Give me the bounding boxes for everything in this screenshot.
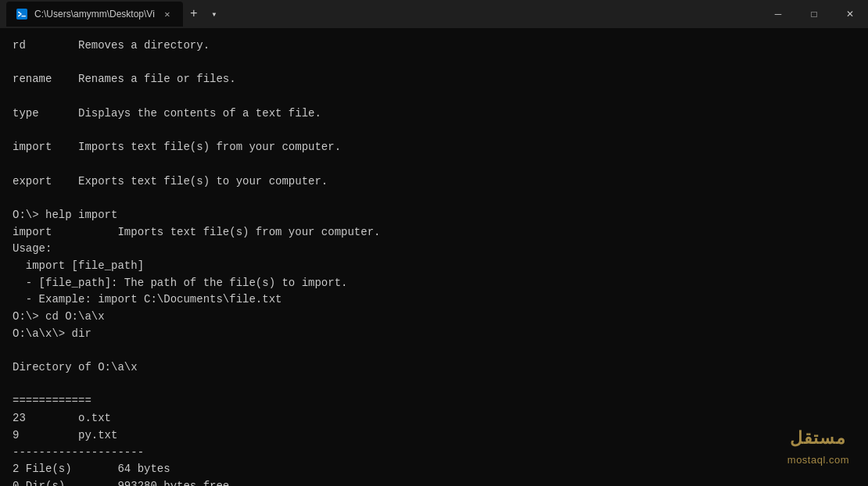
title-bar: C:\Users\amymm\Desktop\Vi ✕ + ▾ ─ □ ✕ (0, 0, 868, 28)
minimize-button[interactable]: ─ (760, 0, 796, 28)
maximize-button[interactable]: □ (796, 0, 832, 28)
svg-rect-0 (16, 9, 27, 20)
active-tab[interactable]: C:\Users\amymm\Desktop\Vi ✕ (6, 2, 183, 27)
window-controls: ─ □ ✕ (760, 0, 868, 28)
new-tab-button[interactable]: + (183, 3, 205, 25)
tab-close-button[interactable]: ✕ (161, 8, 174, 20)
tab-area: C:\Users\amymm\Desktop\Vi ✕ + ▾ (6, 2, 760, 27)
watermark-logo: مستقل (790, 425, 846, 451)
terminal-icon (16, 8, 28, 20)
close-button[interactable]: ✕ (832, 0, 868, 28)
terminal-text: rd Removes a directory. rename Renames a… (13, 38, 855, 486)
watermark: مستقل mostaql.com (787, 425, 849, 468)
watermark-url: mostaql.com (787, 452, 849, 468)
tab-label: C:\Users\amymm\Desktop\Vi (34, 9, 155, 20)
terminal-output[interactable]: rd Removes a directory. rename Renames a… (0, 28, 868, 486)
tab-dropdown-button[interactable]: ▾ (205, 5, 224, 23)
terminal-window: C:\Users\amymm\Desktop\Vi ✕ + ▾ ─ □ ✕ rd… (0, 0, 868, 486)
